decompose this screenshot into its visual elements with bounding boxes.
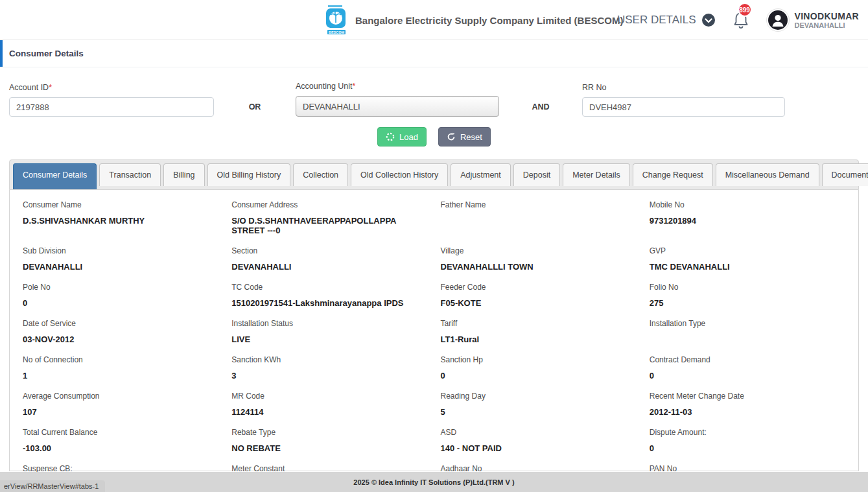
tab-miscellaneous-demand[interactable]: Miscellaneous Demand xyxy=(716,163,819,186)
detail-label: Father Name xyxy=(441,200,637,209)
tab-deposit[interactable]: Deposit xyxy=(513,163,560,186)
and-label: AND xyxy=(499,97,582,117)
tab-billing[interactable]: Billing xyxy=(163,163,204,186)
accounting-unit-group: Accounting Unit* DEVANAHALLI xyxy=(296,82,499,117)
tab-consumer-details[interactable]: Consumer Details xyxy=(13,163,97,189)
detail-field: Installation Type xyxy=(650,319,845,344)
copyright-text: 2025 © Idea Infinity IT Solutions (P)Ltd… xyxy=(353,478,514,486)
tab-strip: Consumer DetailsTransactionBillingOld Bi… xyxy=(9,159,859,190)
detail-value: 1 xyxy=(23,371,218,381)
spinner-icon xyxy=(386,132,395,141)
rr-no-label: RR No xyxy=(582,83,785,92)
detail-value: LT1-Rural xyxy=(441,334,637,344)
page-title: Consumer Details xyxy=(9,49,84,58)
profile-text: VINODKUMAR DEVANAHALLI xyxy=(795,11,859,30)
header-right: USER DETAILS 899 xyxy=(617,0,859,40)
reset-button[interactable]: Reset xyxy=(438,127,491,146)
breadcrumb: Consumer Details xyxy=(0,40,868,67)
detail-field: Mobile No9731201894 xyxy=(650,200,845,235)
detail-label: Village xyxy=(441,246,637,255)
detail-value xyxy=(650,334,845,344)
required-asterisk: * xyxy=(49,83,52,92)
app-header: BESCOM Bangalore Electricity Supply Comp… xyxy=(0,0,868,40)
detail-label: Tariff xyxy=(441,319,637,328)
detail-field: Dispute Amount:0 xyxy=(650,428,845,453)
load-button-label: Load xyxy=(399,132,418,142)
detail-label: Date of Service xyxy=(23,319,218,328)
detail-label: Average Consumption xyxy=(23,392,218,401)
tab-documents[interactable]: Documents xyxy=(822,163,868,186)
user-profile[interactable]: VINODKUMAR DEVANAHALLI xyxy=(766,8,859,32)
avatar xyxy=(766,8,790,32)
tab-meter-details[interactable]: Meter Details xyxy=(563,163,630,186)
detail-value: 1510201971541-Lakshminarayanappa IPDS xyxy=(231,298,427,308)
tab-change-request[interactable]: Change Request xyxy=(633,163,713,186)
tab-transaction[interactable]: Transaction xyxy=(99,163,161,186)
profile-location: DEVANAHALLI xyxy=(795,21,859,30)
tab-adjustment[interactable]: Adjustment xyxy=(451,163,511,186)
accounting-unit-select[interactable]: DEVANAHALLI xyxy=(296,96,499,117)
tab-old-collection-history[interactable]: Old Collection History xyxy=(351,163,448,186)
detail-field: Average Consumption107 xyxy=(23,392,218,417)
required-asterisk: * xyxy=(353,82,356,91)
detail-field: Recent Meter Change Date2012-11-03 xyxy=(650,392,845,417)
detail-field: No of Connection1 xyxy=(23,355,218,381)
status-bar-link-preview: erView/RRMasterView#tabs-1 xyxy=(0,480,105,492)
detail-label: Recent Meter Change Date xyxy=(650,392,845,401)
detail-field: TC Code1510201971541-Lakshminarayanappa … xyxy=(231,283,427,308)
accounting-unit-label: Accounting Unit* xyxy=(296,82,499,91)
detail-field: SectionDEVANAHALLI xyxy=(231,246,427,272)
detail-value: -103.00 xyxy=(23,443,218,453)
notification-count-badge: 899 xyxy=(738,3,752,17)
detail-label: MR Code xyxy=(231,392,427,401)
detail-value: DEVANAHALLI xyxy=(23,262,218,272)
detail-field: ASD140 - NOT PAID xyxy=(441,428,637,453)
detail-value: NO REBATE xyxy=(231,443,427,453)
detail-value: 0 xyxy=(650,443,845,453)
detail-value: F05-KOTE xyxy=(441,298,637,308)
detail-field: Folio No275 xyxy=(650,283,845,308)
detail-label: Rebate Type xyxy=(231,428,427,437)
detail-value: DEVANAHALLLI TOWN xyxy=(441,262,637,272)
detail-field: TariffLT1-Rural xyxy=(441,319,637,344)
reset-button-label: Reset xyxy=(460,132,482,142)
notifications-button[interactable]: 899 xyxy=(733,10,749,30)
detail-label: Contract Demand xyxy=(650,355,845,364)
tabs-region: Consumer DetailsTransactionBillingOld Bi… xyxy=(9,159,859,471)
user-details-label: USER DETAILS xyxy=(617,14,696,27)
detail-value: 140 - NOT PAID xyxy=(441,443,637,453)
account-id-label: Account ID* xyxy=(9,83,214,92)
detail-field: Sub DivisionDEVANAHALLI xyxy=(23,246,218,272)
bescom-logo-icon: BESCOM xyxy=(324,5,349,35)
detail-value: 03-NOV-2012 xyxy=(23,334,218,344)
detail-field: Feeder CodeF05-KOTE xyxy=(441,283,637,308)
avatar-icon xyxy=(768,10,788,30)
account-id-input[interactable] xyxy=(9,97,214,117)
detail-value: 275 xyxy=(650,298,845,308)
detail-value: 1124114 xyxy=(231,407,427,417)
tab-old-billing-history[interactable]: Old Billing History xyxy=(207,163,291,186)
account-id-group: Account ID* xyxy=(9,83,214,117)
form-actions: Load Reset xyxy=(0,127,868,146)
detail-label: Reading Day xyxy=(441,392,637,401)
detail-label: Mobile No xyxy=(650,200,845,209)
tab-collection[interactable]: Collection xyxy=(293,163,348,186)
detail-field: Pole No0 xyxy=(23,283,218,308)
rr-no-input[interactable] xyxy=(582,97,785,117)
load-button[interactable]: Load xyxy=(377,127,427,146)
chevron-down-icon xyxy=(701,13,716,27)
profile-name: VINODKUMAR xyxy=(795,11,859,21)
detail-label: Folio No xyxy=(650,283,845,292)
detail-value: 0 xyxy=(441,371,637,381)
detail-label: Installation Type xyxy=(650,319,845,328)
detail-field: Father Name xyxy=(441,200,637,235)
user-details-dropdown[interactable]: USER DETAILS xyxy=(617,13,716,27)
detail-value: 2012-11-03 xyxy=(650,407,845,417)
search-form: Account ID* OR Accounting Unit* DEVANAHA… xyxy=(0,69,868,117)
detail-label: ASD xyxy=(441,428,637,437)
detail-label: Total Current Balance xyxy=(23,428,218,437)
detail-label: No of Connection xyxy=(23,355,218,364)
detail-value: 5 xyxy=(441,407,637,417)
refresh-icon xyxy=(447,132,456,141)
detail-label: Feeder Code xyxy=(441,283,637,292)
